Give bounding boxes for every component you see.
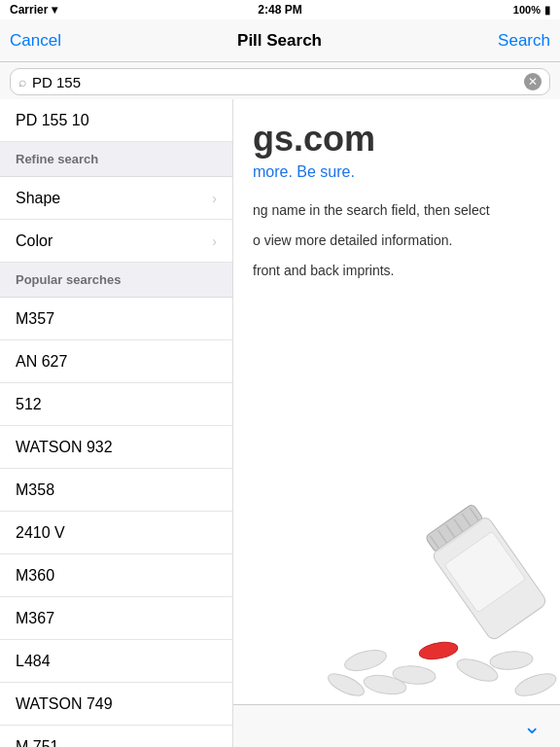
cancel-button[interactable]: Cancel [10,31,61,51]
list-item[interactable]: M367 [0,597,232,640]
nav-title: Pill Search [237,31,322,51]
search-bar: ⌕ ✕ [0,62,560,102]
wifi-icon: ▾ [52,3,57,17]
svg-point-16 [325,669,367,699]
svg-point-9 [342,647,388,675]
status-time: 2:48 PM [258,3,301,17]
logo-text-drugs: gs.com [253,119,375,159]
chevron-right-icon: › [212,233,217,249]
color-item[interactable]: Color › [0,220,232,263]
top-result-item[interactable]: PD 155 10 [0,99,232,142]
pill-scene-svg [288,490,560,704]
carrier-label: Carrier [10,3,48,17]
pill-image [288,490,560,704]
list-item[interactable]: 512 [0,383,232,426]
list-item[interactable]: AN 627 [0,340,232,383]
popular-item-label: 2410 V [16,524,65,542]
bg-paragraph-3: front and back imprints. [253,261,541,281]
popular-item-label: L484 [16,653,51,670]
list-item[interactable]: WATSON 749 [0,683,232,726]
chevron-down-button[interactable]: ⌄ [523,714,541,739]
svg-point-13 [489,650,533,671]
status-right: 100% ▮ [513,4,550,17]
shape-label: Shape [16,190,60,207]
nav-bar: Cancel Pill Search Search [0,19,560,62]
logo-tagline: more. Be sure. [253,163,541,181]
color-label: Color [16,232,52,250]
list-item[interactable]: L484 [0,640,232,683]
popular-item-label: M 751 [16,738,58,748]
popular-item-label: M360 [16,567,54,585]
bg-body-text: ng name in the search field, then select… [233,191,560,301]
bg-paragraph-2: o view more detailed information. [253,231,541,251]
search-input[interactable] [32,74,518,90]
search-nav-button[interactable]: Search [498,31,550,51]
svg-point-15 [512,669,559,700]
list-item[interactable]: M357 [0,298,232,340]
popular-item-label: M367 [16,610,54,627]
status-left: Carrier ▾ [10,3,57,17]
search-icon: ⌕ [18,74,26,89]
top-result-label: PD 155 10 [16,112,89,129]
shape-item[interactable]: Shape › [0,177,232,220]
bg-paragraph-1: ng name in the search field, then select [253,200,541,221]
list-item[interactable]: M 751 [0,726,232,747]
bg-header: gs.com more. Be sure. [233,99,560,191]
popular-item-label: WATSON 749 [16,695,113,713]
battery-label: 100% [513,4,541,16]
popular-item-label: WATSON 932 [16,439,113,456]
list-item[interactable]: 2410 V [0,512,232,554]
svg-point-11 [418,640,459,662]
battery-icon: ▮ [544,4,550,17]
list-item[interactable]: M358 [0,469,232,512]
popular-item-label: M358 [16,481,54,499]
search-dropdown: PD 155 10 Refine search Shape › Color › … [0,99,233,747]
list-item[interactable]: M360 [0,554,232,597]
list-item[interactable]: WATSON 932 [0,426,232,469]
popular-item-label: 512 [16,396,42,413]
refine-search-header: Refine search [0,142,232,177]
chevron-right-icon: › [212,191,217,206]
popular-item-label: M357 [16,310,54,328]
status-bar: Carrier ▾ 2:48 PM 100% ▮ [0,0,560,19]
clear-button[interactable]: ✕ [524,73,542,90]
drugs-logo: gs.com [253,119,541,160]
background-content: gs.com more. Be sure. ng name in the sea… [233,99,560,704]
popular-item-label: AN 627 [16,353,67,371]
popular-searches-header: Popular searches [0,263,232,298]
search-input-wrapper: ⌕ ✕ [10,68,550,95]
